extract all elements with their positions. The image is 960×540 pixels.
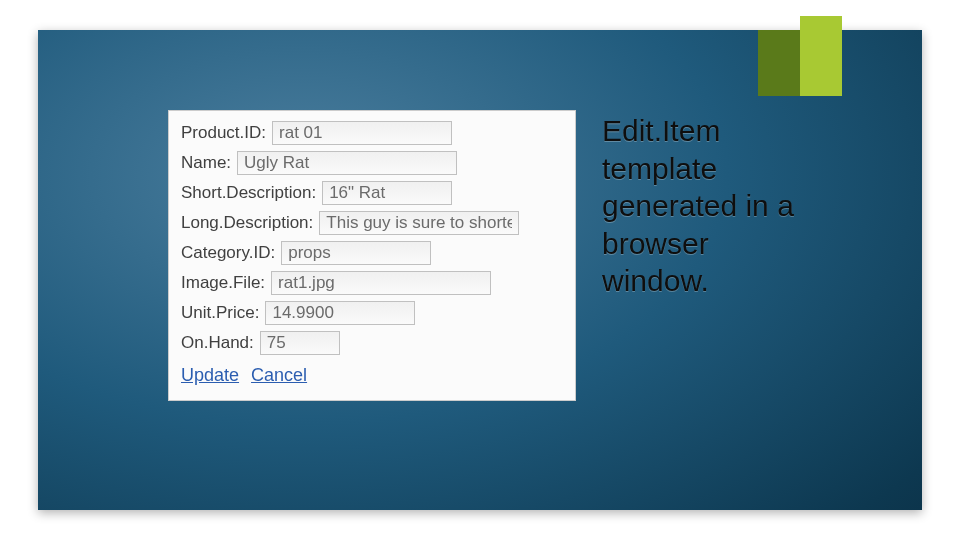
input-image-file[interactable] bbox=[271, 271, 491, 295]
row-category-id: Category.ID: bbox=[181, 241, 563, 265]
label-name: Name: bbox=[181, 153, 231, 173]
form-actions: Update Cancel bbox=[181, 365, 563, 386]
page: Product.ID: Name: Short.Description: Lon… bbox=[0, 0, 960, 540]
row-product-id: Product.ID: bbox=[181, 121, 563, 145]
decor-bar-dark bbox=[758, 30, 800, 96]
slide: Product.ID: Name: Short.Description: Lon… bbox=[38, 30, 922, 510]
row-long-desc: Long.Description: bbox=[181, 211, 563, 235]
input-on-hand[interactable] bbox=[260, 331, 340, 355]
input-name[interactable] bbox=[237, 151, 457, 175]
label-on-hand: On.Hand: bbox=[181, 333, 254, 353]
input-product-id[interactable] bbox=[272, 121, 452, 145]
row-name: Name: bbox=[181, 151, 563, 175]
input-unit-price[interactable] bbox=[265, 301, 415, 325]
edit-item-form: Product.ID: Name: Short.Description: Lon… bbox=[168, 110, 576, 401]
decor-bars bbox=[758, 30, 842, 96]
input-short-desc[interactable] bbox=[322, 181, 452, 205]
update-link[interactable]: Update bbox=[181, 365, 239, 386]
label-short-desc: Short.Description: bbox=[181, 183, 316, 203]
input-long-desc[interactable] bbox=[319, 211, 519, 235]
cancel-link[interactable]: Cancel bbox=[251, 365, 307, 386]
row-short-desc: Short.Description: bbox=[181, 181, 563, 205]
label-category-id: Category.ID: bbox=[181, 243, 275, 263]
label-image-file: Image.File: bbox=[181, 273, 265, 293]
row-image-file: Image.File: bbox=[181, 271, 563, 295]
decor-bar-light bbox=[800, 16, 842, 96]
label-unit-price: Unit.Price: bbox=[181, 303, 259, 323]
label-long-desc: Long.Description: bbox=[181, 213, 313, 233]
row-unit-price: Unit.Price: bbox=[181, 301, 563, 325]
row-on-hand: On.Hand: bbox=[181, 331, 563, 355]
content: Product.ID: Name: Short.Description: Lon… bbox=[168, 110, 812, 401]
caption-text: Edit.Item template generated in a browse… bbox=[602, 110, 812, 401]
input-category-id[interactable] bbox=[281, 241, 431, 265]
label-product-id: Product.ID: bbox=[181, 123, 266, 143]
